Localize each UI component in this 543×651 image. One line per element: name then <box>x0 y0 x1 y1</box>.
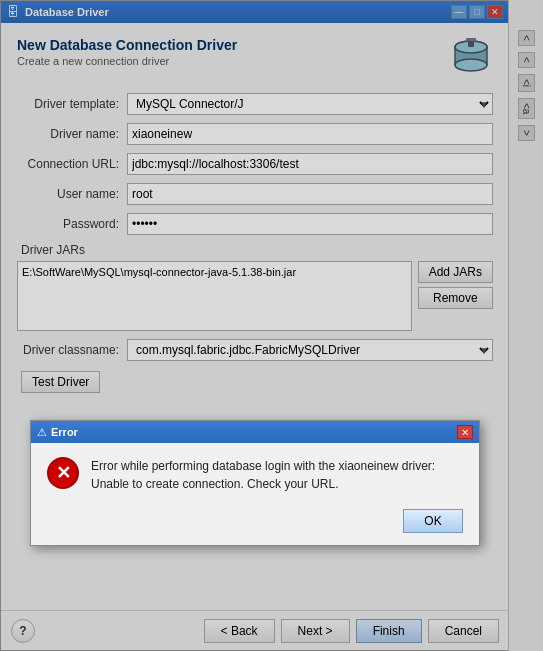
error-message-line1: Error while performing database login wi… <box>91 459 435 473</box>
ok-button[interactable]: OK <box>403 509 463 533</box>
error-content: ✕ Error while performing database login … <box>31 443 479 503</box>
error-title-bar: ⚠ Error ✕ <box>31 421 479 443</box>
error-message-line2: Unable to create connection. Check your … <box>91 477 338 491</box>
dialog-overlay <box>0 0 543 651</box>
error-title-icon: ⚠ <box>37 426 47 439</box>
error-icon: ✕ <box>47 457 79 489</box>
error-title-text: Error <box>51 426 457 438</box>
error-footer: OK <box>31 503 479 545</box>
error-close-button[interactable]: ✕ <box>457 425 473 439</box>
error-message: Error while performing database login wi… <box>91 457 435 493</box>
error-dialog: ⚠ Error ✕ ✕ Error while performing datab… <box>30 420 480 546</box>
